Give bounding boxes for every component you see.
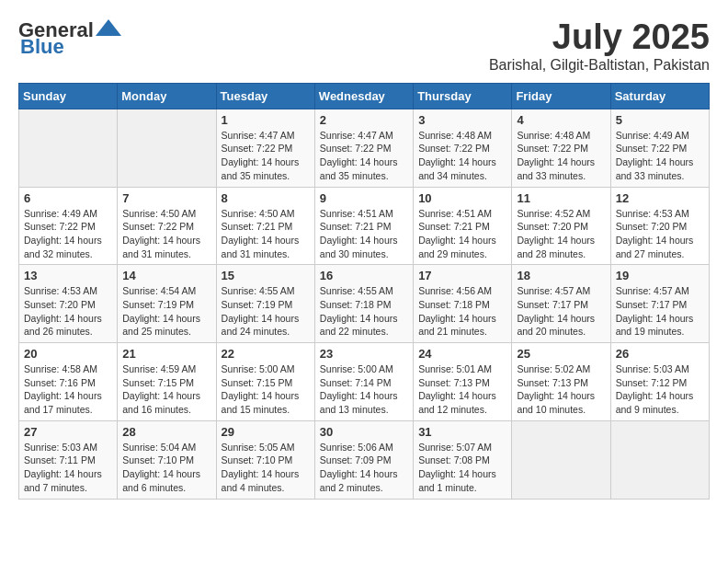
- location-title: Barishal, Gilgit-Baltistan, Pakistan: [489, 57, 710, 74]
- day-number: 15: [222, 269, 310, 282]
- calendar-week-row: 13Sunrise: 4:53 AM Sunset: 7:20 PM Dayli…: [19, 265, 710, 343]
- calendar-cell: 21Sunrise: 4:59 AM Sunset: 7:15 PM Dayli…: [118, 343, 216, 421]
- day-number: 25: [517, 347, 605, 361]
- calendar-cell: 26Sunrise: 5:03 AM Sunset: 7:12 PM Dayli…: [610, 343, 709, 421]
- calendar-body: 1Sunrise: 4:47 AM Sunset: 7:22 PM Daylig…: [19, 109, 710, 499]
- weekday-header: Saturday: [610, 83, 709, 109]
- weekday-header: Monday: [118, 83, 216, 109]
- day-number: 26: [616, 347, 704, 361]
- logo-icon: [96, 19, 121, 36]
- day-number: 9: [320, 191, 408, 205]
- weekday-header: Thursday: [414, 83, 512, 109]
- day-number: 22: [222, 347, 310, 361]
- day-info: Sunrise: 5:03 AM Sunset: 7:11 PM Dayligh…: [24, 441, 112, 495]
- day-info: Sunrise: 5:05 AM Sunset: 7:10 PM Dayligh…: [222, 441, 310, 495]
- day-info: Sunrise: 4:56 AM Sunset: 7:18 PM Dayligh…: [418, 284, 506, 339]
- day-info: Sunrise: 4:55 AM Sunset: 7:19 PM Dayligh…: [222, 284, 310, 339]
- calendar-cell: 29Sunrise: 5:05 AM Sunset: 7:10 PM Dayli…: [216, 420, 314, 499]
- day-info: Sunrise: 4:59 AM Sunset: 7:15 PM Dayligh…: [122, 362, 210, 417]
- logo: General Blue: [18, 18, 121, 59]
- title-block: July 2025 Barishal, Gilgit-Baltistan, Pa…: [489, 18, 710, 74]
- calendar-cell: 6Sunrise: 4:49 AM Sunset: 7:22 PM Daylig…: [19, 187, 118, 265]
- day-number: 1: [222, 113, 310, 127]
- day-number: 5: [616, 113, 704, 127]
- calendar-cell: 19Sunrise: 4:57 AM Sunset: 7:17 PM Dayli…: [610, 265, 709, 343]
- calendar-cell: 27Sunrise: 5:03 AM Sunset: 7:11 PM Dayli…: [19, 420, 118, 499]
- calendar-week-row: 6Sunrise: 4:49 AM Sunset: 7:22 PM Daylig…: [19, 187, 710, 265]
- day-info: Sunrise: 4:52 AM Sunset: 7:20 PM Dayligh…: [517, 207, 605, 261]
- day-info: Sunrise: 4:49 AM Sunset: 7:22 PM Dayligh…: [24, 207, 112, 261]
- calendar-cell: 22Sunrise: 5:00 AM Sunset: 7:15 PM Dayli…: [216, 343, 314, 421]
- day-info: Sunrise: 5:03 AM Sunset: 7:12 PM Dayligh…: [616, 362, 704, 417]
- day-info: Sunrise: 4:47 AM Sunset: 7:22 PM Dayligh…: [222, 129, 310, 183]
- calendar-cell: 3Sunrise: 4:48 AM Sunset: 7:22 PM Daylig…: [414, 109, 512, 187]
- day-info: Sunrise: 4:57 AM Sunset: 7:17 PM Dayligh…: [616, 284, 704, 339]
- calendar-cell: 13Sunrise: 4:53 AM Sunset: 7:20 PM Dayli…: [19, 265, 118, 343]
- day-info: Sunrise: 4:49 AM Sunset: 7:22 PM Dayligh…: [616, 129, 704, 183]
- calendar-header: SundayMondayTuesdayWednesdayThursdayFrid…: [19, 83, 710, 109]
- calendar-week-row: 27Sunrise: 5:03 AM Sunset: 7:11 PM Dayli…: [19, 420, 710, 499]
- calendar-cell: [118, 109, 216, 187]
- day-number: 10: [418, 191, 506, 205]
- day-number: 14: [122, 269, 210, 282]
- day-info: Sunrise: 4:54 AM Sunset: 7:19 PM Dayligh…: [122, 284, 210, 339]
- weekday-row: SundayMondayTuesdayWednesdayThursdayFrid…: [19, 83, 710, 109]
- day-info: Sunrise: 4:53 AM Sunset: 7:20 PM Dayligh…: [24, 284, 112, 339]
- day-info: Sunrise: 4:51 AM Sunset: 7:21 PM Dayligh…: [320, 207, 408, 261]
- day-number: 27: [24, 425, 112, 439]
- day-info: Sunrise: 4:51 AM Sunset: 7:21 PM Dayligh…: [418, 207, 506, 261]
- calendar-cell: 14Sunrise: 4:54 AM Sunset: 7:19 PM Dayli…: [118, 265, 216, 343]
- day-info: Sunrise: 5:07 AM Sunset: 7:08 PM Dayligh…: [418, 441, 506, 495]
- calendar-cell: 9Sunrise: 4:51 AM Sunset: 7:21 PM Daylig…: [314, 187, 413, 265]
- day-number: 2: [320, 113, 408, 127]
- day-number: 6: [24, 191, 112, 205]
- day-number: 30: [320, 425, 408, 439]
- day-info: Sunrise: 4:48 AM Sunset: 7:22 PM Dayligh…: [517, 129, 605, 183]
- day-number: 18: [517, 269, 605, 282]
- day-number: 24: [418, 347, 506, 361]
- calendar-cell: 12Sunrise: 4:53 AM Sunset: 7:20 PM Dayli…: [610, 187, 709, 265]
- calendar-cell: [610, 420, 709, 499]
- weekday-header: Tuesday: [216, 83, 314, 109]
- day-info: Sunrise: 5:01 AM Sunset: 7:13 PM Dayligh…: [418, 362, 506, 417]
- day-number: 3: [418, 113, 506, 127]
- calendar-week-row: 1Sunrise: 4:47 AM Sunset: 7:22 PM Daylig…: [19, 109, 710, 187]
- day-info: Sunrise: 5:02 AM Sunset: 7:13 PM Dayligh…: [517, 362, 605, 417]
- day-info: Sunrise: 4:53 AM Sunset: 7:20 PM Dayligh…: [616, 207, 704, 261]
- calendar-cell: [19, 109, 118, 187]
- day-info: Sunrise: 4:55 AM Sunset: 7:18 PM Dayligh…: [320, 284, 408, 339]
- day-number: 21: [122, 347, 210, 361]
- calendar-cell: 23Sunrise: 5:00 AM Sunset: 7:14 PM Dayli…: [314, 343, 413, 421]
- day-info: Sunrise: 4:48 AM Sunset: 7:22 PM Dayligh…: [418, 129, 506, 183]
- day-number: 16: [320, 269, 408, 282]
- day-number: 19: [616, 269, 704, 282]
- weekday-header: Sunday: [19, 83, 118, 109]
- calendar-cell: 2Sunrise: 4:47 AM Sunset: 7:22 PM Daylig…: [314, 109, 413, 187]
- calendar-cell: 11Sunrise: 4:52 AM Sunset: 7:20 PM Dayli…: [512, 187, 610, 265]
- calendar-week-row: 20Sunrise: 4:58 AM Sunset: 7:16 PM Dayli…: [19, 343, 710, 421]
- calendar-cell: 31Sunrise: 5:07 AM Sunset: 7:08 PM Dayli…: [414, 420, 512, 499]
- day-number: 23: [320, 347, 408, 361]
- day-number: 17: [418, 269, 506, 282]
- day-number: 31: [418, 425, 506, 439]
- calendar-cell: 25Sunrise: 5:02 AM Sunset: 7:13 PM Dayli…: [512, 343, 610, 421]
- day-info: Sunrise: 4:57 AM Sunset: 7:17 PM Dayligh…: [517, 284, 605, 339]
- svg-marker-0: [96, 19, 121, 36]
- day-number: 28: [122, 425, 210, 439]
- calendar-cell: 16Sunrise: 4:55 AM Sunset: 7:18 PM Dayli…: [314, 265, 413, 343]
- day-info: Sunrise: 5:06 AM Sunset: 7:09 PM Dayligh…: [320, 441, 408, 495]
- calendar-cell: 4Sunrise: 4:48 AM Sunset: 7:22 PM Daylig…: [512, 109, 610, 187]
- weekday-header: Friday: [512, 83, 610, 109]
- day-number: 8: [222, 191, 310, 205]
- calendar-cell: 1Sunrise: 4:47 AM Sunset: 7:22 PM Daylig…: [216, 109, 314, 187]
- calendar-cell: 24Sunrise: 5:01 AM Sunset: 7:13 PM Dayli…: [414, 343, 512, 421]
- calendar-cell: 15Sunrise: 4:55 AM Sunset: 7:19 PM Dayli…: [216, 265, 314, 343]
- day-info: Sunrise: 4:47 AM Sunset: 7:22 PM Dayligh…: [320, 129, 408, 183]
- calendar-cell: 28Sunrise: 5:04 AM Sunset: 7:10 PM Dayli…: [118, 420, 216, 499]
- weekday-header: Wednesday: [314, 83, 413, 109]
- day-number: 20: [24, 347, 112, 361]
- day-info: Sunrise: 4:50 AM Sunset: 7:21 PM Dayligh…: [222, 207, 310, 261]
- page-header: General Blue July 2025 Barishal, Gilgit-…: [18, 18, 710, 74]
- calendar-cell: 10Sunrise: 4:51 AM Sunset: 7:21 PM Dayli…: [414, 187, 512, 265]
- day-info: Sunrise: 4:50 AM Sunset: 7:22 PM Dayligh…: [122, 207, 210, 261]
